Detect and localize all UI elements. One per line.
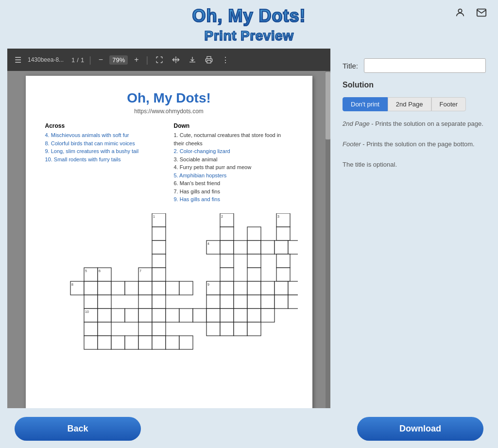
- svg-rect-48: [220, 281, 234, 295]
- svg-rect-79: [261, 309, 275, 322]
- user-icon[interactable]: [453, 6, 467, 19]
- pdf-filename: 1430beea-8...: [28, 56, 64, 63]
- svg-rect-25: [276, 254, 290, 268]
- svg-rect-56: [138, 295, 152, 309]
- svg-rect-61: [247, 295, 261, 309]
- clue-down-2: 2. Color-changing lizard: [174, 147, 293, 155]
- svg-rect-10: [220, 227, 234, 241]
- title-row: Title:: [343, 58, 486, 73]
- svg-rect-63: [275, 295, 288, 309]
- svg-rect-41: [125, 281, 138, 295]
- svg-rect-81: [98, 322, 111, 336]
- svg-rect-50: [247, 281, 261, 295]
- zoom-in-button[interactable]: +: [132, 54, 141, 66]
- svg-rect-20: [275, 241, 288, 254]
- crossword-grid: .cell { fill: white; stroke: #222; strok…: [45, 213, 298, 359]
- flip-button[interactable]: [170, 54, 182, 65]
- svg-rect-38: [84, 281, 98, 295]
- svg-rect-82: [138, 322, 152, 336]
- svg-text:3: 3: [277, 215, 279, 218]
- desc-2nd-page: 2nd Page - Prints the solution on a sepa…: [343, 120, 483, 127]
- svg-rect-92: [138, 336, 152, 349]
- svg-rect-85: [220, 322, 234, 336]
- svg-rect-11: [247, 227, 261, 241]
- clue-down-1: 1. Cute, nocturnal creatures that store …: [174, 131, 293, 147]
- svg-point-0: [458, 9, 462, 13]
- svg-rect-32: [152, 268, 166, 281]
- download-toolbar-button[interactable]: [186, 54, 199, 65]
- svg-rect-62: [261, 295, 275, 309]
- svg-text:5: 5: [85, 269, 87, 273]
- svg-rect-13: [152, 241, 166, 254]
- svg-rect-72: [166, 309, 179, 322]
- bottom-bar: Back Download: [0, 409, 498, 448]
- fit-button[interactable]: [153, 54, 166, 65]
- svg-rect-84: [206, 322, 220, 336]
- svg-rect-43: [152, 281, 166, 295]
- menu-button[interactable]: ☰: [12, 54, 24, 66]
- svg-rect-80: [84, 322, 98, 336]
- clue-down-5: 5. Amphibian hopsters: [174, 172, 293, 180]
- clue-down-7: 7. Has gills and fins: [174, 188, 293, 196]
- svg-rect-24: [247, 254, 261, 268]
- solution-section: Solution: [343, 81, 486, 89]
- svg-rect-44: [166, 281, 179, 295]
- zoom-out-button[interactable]: −: [96, 54, 105, 66]
- pdf-scrollbar[interactable]: [326, 71, 330, 408]
- solution-description: 2nd Page - Prints the solution on a sepa…: [343, 119, 486, 149]
- svg-rect-55: [98, 295, 111, 309]
- site-title: Oh, My Dots!: [192, 6, 306, 26]
- clue-across-9: 9. Long, slim creatures with a bushy tai…: [45, 147, 164, 155]
- right-panel: Title: Solution Don't print 2nd Page Foo…: [330, 49, 498, 408]
- svg-rect-77: [234, 309, 247, 322]
- svg-text:9: 9: [207, 283, 209, 286]
- svg-rect-54: [84, 295, 98, 309]
- svg-rect-91: [125, 336, 138, 349]
- svg-rect-89: [98, 336, 111, 349]
- clue-down-6: 6. Man's best friend: [174, 179, 293, 188]
- svg-rect-12: [276, 227, 290, 241]
- clue-across-10: 10. Small rodents with furry tails: [45, 155, 164, 164]
- print-toolbar-button[interactable]: [203, 54, 215, 65]
- svg-rect-66: [98, 309, 111, 322]
- solution-label: Solution: [343, 81, 486, 89]
- svg-rect-23: [220, 254, 234, 268]
- svg-rect-34: [247, 268, 261, 281]
- tab-footer[interactable]: Footer: [431, 97, 466, 111]
- title-label: Title:: [343, 62, 358, 70]
- pdf-pages: 1 / 1: [71, 56, 84, 64]
- page-title: Print Preview: [0, 28, 498, 44]
- svg-rect-87: [247, 322, 261, 336]
- svg-rect-68: [125, 309, 138, 322]
- pdf-content[interactable]: Oh, My Dots! https://www.ohmydots.com Ac…: [7, 71, 330, 408]
- clue-across-4: 4. Mischievous animals with soft fur: [45, 131, 164, 139]
- mail-icon[interactable]: [475, 6, 488, 19]
- svg-rect-42: [138, 281, 152, 295]
- svg-rect-49: [234, 281, 247, 295]
- svg-rect-45: [179, 281, 193, 295]
- pdf-scroll-thumb[interactable]: [326, 72, 330, 139]
- svg-text:4: 4: [207, 242, 209, 245]
- tab-2nd-page[interactable]: 2nd Page: [388, 97, 431, 111]
- svg-rect-71: [152, 309, 166, 322]
- tab-dont-print[interactable]: Don't print: [343, 97, 388, 111]
- svg-rect-60: [234, 295, 247, 309]
- crossword-area: .cell { fill: white; stroke: #222; strok…: [45, 213, 293, 364]
- download-button[interactable]: Download: [357, 417, 483, 441]
- svg-text:6: 6: [99, 269, 101, 273]
- svg-text:1: 1: [153, 215, 155, 218]
- svg-rect-9: [152, 227, 166, 241]
- more-button[interactable]: ⋮: [219, 54, 232, 66]
- title-input[interactable]: [364, 58, 486, 73]
- svg-rect-67: [111, 309, 125, 322]
- back-button[interactable]: Back: [15, 417, 141, 441]
- svg-rect-90: [111, 336, 125, 349]
- svg-rect-76: [220, 309, 234, 322]
- solution-tabs: Don't print 2nd Page Footer: [343, 97, 486, 111]
- svg-rect-69: [138, 309, 152, 322]
- puzzle-url: https://www.ohmydots.com: [45, 108, 293, 115]
- svg-rect-40: [111, 281, 125, 295]
- svg-rect-52: [275, 281, 288, 295]
- header-icons: [453, 6, 488, 19]
- puzzle-site-title: Oh, My Dots!: [45, 90, 293, 106]
